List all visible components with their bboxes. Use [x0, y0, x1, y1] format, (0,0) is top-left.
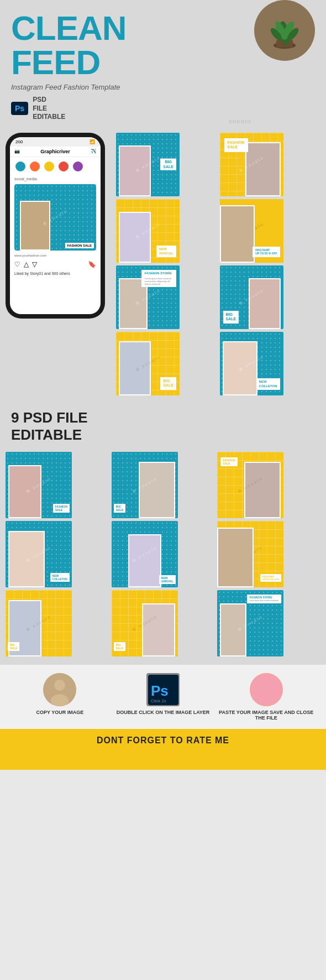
card-big-sale-3: BIGSALE ⊕ envato: [116, 332, 180, 395]
photoshop-icon: Ps Click 2x: [148, 675, 178, 705]
sg-card-1: FASHIONSALE ⊕ envato: [6, 452, 72, 518]
phone-actions: ♡△▽🔖: [10, 258, 101, 270]
card-discount-1: DISCOUNTUP TO 50 % OFF ⊕ envato: [220, 199, 283, 263]
ps-icon: Ps: [11, 102, 28, 115]
instruction-label-3: PASTE YOUR IMAGE SAVE AND CLOSE THE FILE: [217, 710, 315, 721]
sg-card-5: NEWARRIVAL ⊕ envato: [112, 521, 178, 587]
card-new-arrival: NEWARRIVAL ⊕ envato: [116, 199, 180, 263]
sg-card-8: BIGSALE ⊕ envato: [112, 590, 178, 656]
phone-ig-bar: 📷 Graphicriver ✈️: [10, 147, 101, 157]
svg-text:Ps: Ps: [151, 682, 169, 699]
big-sale-label: BIG SALE: [160, 159, 176, 170]
plant-svg: [260, 6, 309, 55]
second-grid-row2: NEWCOLLETON ⊕ envato NEWARRIVAL ⊕ envato…: [6, 521, 320, 587]
sg-card-9: FASHION STORE Lorem ipsum dolor sit amet…: [217, 590, 283, 656]
instruction-icon-1: [43, 673, 76, 706]
sg-card-3: FASHIONSALE ⊕ envato: [217, 452, 283, 518]
main-content: 200 📶 📷 Graphicriver ✈️ social_m: [0, 127, 326, 404]
phone-post: FASHION SALE ⊕ envato: [14, 184, 96, 251]
instruction-item-1: COPY YOUR IMAGE: [11, 673, 109, 715]
instructions-section: COPY YOUR IMAGE Ps Click 2x DOUBLE CLICK…: [0, 665, 326, 729]
psd-info: PSD FILE EDITABLE: [33, 96, 65, 122]
website-url: www.yourfashion.com: [10, 253, 101, 258]
instruction-icon-3: [250, 673, 283, 706]
story-circles: [10, 157, 101, 176]
subtitle: Instagram Feed Fashion Template: [11, 83, 315, 91]
second-grid-row1: FASHIONSALE ⊕ envato BIGSALE ⊕ envato FA…: [6, 452, 320, 518]
card-fashion-store-1: FASHION STORE Lorem ipsum dolor sit amet…: [116, 265, 180, 329]
phone-post-label: FASHION SALE: [65, 243, 94, 248]
header-section: CLEAN FEED Instagram Feed Fashion Templa…: [0, 0, 326, 127]
phone-likes: Liked by Story01 and 900 others: [10, 270, 101, 277]
phone-status-bar: 200 📶: [10, 137, 101, 147]
second-grid-section: FASHIONSALE ⊕ envato BIGSALE ⊕ envato FA…: [0, 449, 326, 665]
instruction-item-2: Ps Click 2x DOUBLE CLICK ON THE IMAGE LA…: [114, 673, 212, 715]
instruction-item-3: PASTE YOUR IMAGE SAVE AND CLOSE THE FILE: [217, 673, 315, 721]
instruction-label-1: COPY YOUR IMAGE: [36, 710, 83, 715]
grid-row-2: NEWARRIVAL ⊕ envato DISCOUNTUP TO 50 % O…: [116, 199, 320, 263]
sg-card-2: BIGSALE ⊕ envato: [112, 452, 178, 518]
grid-row-1: BIG SALE ⊕ envato FASHIONSALE ⊕ envato: [116, 133, 320, 196]
mid-label-text: 9 PSD FILE EDITABLE: [11, 409, 315, 444]
grid-row-3: FASHION STORE Lorem ipsum dolor sit amet…: [116, 265, 320, 329]
sg-card-7: BIGSALE ⊕ envato: [6, 590, 72, 656]
footer-text: DONT FORGET TO RATE ME: [11, 736, 315, 746]
footer-section: DONT FORGET TO RATE ME ★★★★★: [0, 729, 326, 770]
sg-card-4: NEWCOLLETON ⊕ envato: [6, 521, 72, 587]
instruction-label-2: DOUBLE CLICK ON THE IMAGE LAYER: [117, 710, 210, 715]
card-big-sale-2: BIGSALE ⊕ envato: [220, 265, 283, 329]
phone-mockup: 200 📶 📷 Graphicriver ✈️ social_m: [6, 133, 105, 319]
mid-label: 9 PSD FILE EDITABLE: [0, 404, 326, 449]
phone-section: 200 📶 📷 Graphicriver ✈️ social_m: [6, 133, 111, 398]
instruction-icon-2: Ps Click 2x: [146, 673, 180, 706]
card-big-sale-1: BIG SALE ⊕ envato: [116, 133, 180, 196]
svg-text:Click 2x: Click 2x: [151, 698, 166, 703]
person-avatar: [43, 673, 76, 706]
svg-point-9: [54, 680, 65, 691]
plant-decoration: [254, 0, 315, 61]
second-grid-row3: BIGSALE ⊕ envato BIGSALE ⊕ envato FASHIO…: [6, 590, 320, 656]
footer-stars: ★★★★★: [11, 749, 315, 763]
envato-watermark-header: envato: [229, 118, 251, 124]
paste-icon: [250, 673, 283, 706]
ig-handle: social_media: [10, 176, 101, 182]
sg-card-6: DISCOUNTUP TO 50% OFF ⊕ envato: [217, 521, 283, 587]
svg-point-14: [250, 673, 283, 706]
card-new-colleton-1: NEWCOLLETON ⊕ envato: [220, 332, 283, 395]
grid-row-4: BIGSALE ⊕ envato NEWCOLLETON ⊕ envato: [116, 332, 320, 395]
ig-username: Graphicriver: [40, 149, 70, 154]
phone-screen: 200 📶 📷 Graphicriver ✈️ social_m: [10, 137, 101, 314]
psd-badge: Ps PSD FILE EDITABLE: [11, 96, 315, 122]
card-fashion-sale-1: FASHIONSALE ⊕ envato: [220, 133, 283, 196]
template-grid: BIG SALE ⊕ envato FASHIONSALE ⊕ envato: [116, 133, 320, 398]
